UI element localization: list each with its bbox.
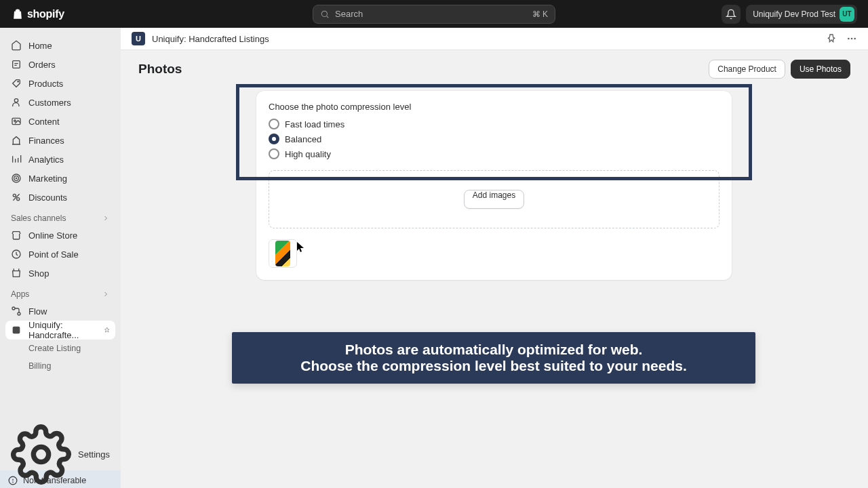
pin-icon[interactable] <box>104 326 110 334</box>
more-button[interactable] <box>846 33 857 44</box>
search-input[interactable]: Search ⌘ K <box>313 5 555 24</box>
use-photos-button[interactable]: Use Photos <box>791 60 850 79</box>
home-icon <box>11 40 22 51</box>
analytics-icon <box>11 154 22 165</box>
topbar-right: Uniquify Dev Prod Test UT <box>722 5 857 24</box>
sidebar-item-pos[interactable]: Point of Sale <box>5 245 115 264</box>
sidebar-item-products[interactable]: Products <box>5 74 115 93</box>
chevron-right-icon <box>102 214 110 222</box>
svg-point-23 <box>854 38 856 40</box>
svg-rect-16 <box>13 327 20 334</box>
search-icon <box>320 9 330 19</box>
sub-item-label: Billing <box>28 361 51 371</box>
shop-icon <box>11 268 22 279</box>
svg-rect-2 <box>13 61 20 68</box>
sidebar-item-label: Home <box>28 41 52 51</box>
section-label: Sales channels <box>11 214 66 223</box>
sidebar-item-label: Discounts <box>28 192 67 203</box>
radio-label: High quality <box>285 149 331 159</box>
svg-point-6 <box>14 120 16 122</box>
sidebar-item-shop[interactable]: Shop <box>5 264 115 283</box>
add-images-button[interactable]: Add images <box>464 190 524 209</box>
sidebar-item-label: Customers <box>28 98 71 108</box>
shopify-bag-icon <box>11 7 24 21</box>
page-actions: Change Product Use Photos <box>709 60 850 79</box>
sidebar-sub-billing[interactable]: Billing <box>5 357 115 375</box>
content-icon <box>11 116 22 127</box>
sidebar-item-finances[interactable]: Finances <box>5 131 115 150</box>
radio-circle-icon <box>269 148 279 159</box>
topbar: shopify Search ⌘ K Uniquify Dev Prod Tes… <box>0 0 868 28</box>
app-icon: U <box>132 32 145 45</box>
svg-point-11 <box>17 198 20 201</box>
discounts-icon <box>11 192 22 203</box>
notifications-button[interactable] <box>722 5 741 24</box>
sidebar-item-uniquify[interactable]: Uniquify: Handcrafte... <box>5 321 115 340</box>
sidebar-item-label: Uniquify: Handcrafte... <box>28 320 97 340</box>
sidebar-sub-create-listing[interactable]: Create Listing <box>5 340 115 357</box>
pos-icon <box>11 249 22 260</box>
sidebar-item-label: Products <box>28 79 63 89</box>
svg-point-22 <box>851 38 853 40</box>
sidebar-item-settings[interactable]: Settings <box>5 445 115 464</box>
sidebar-item-marketing[interactable]: Marketing <box>5 169 115 188</box>
sidebar: Home Orders Products Customers Content F… <box>0 28 121 488</box>
radio-label: Balanced <box>285 134 321 144</box>
section-sales-channels[interactable]: Sales channels <box>5 207 115 226</box>
radio-high-quality[interactable]: High quality <box>269 148 719 159</box>
sidebar-item-label: Online Store <box>28 230 77 241</box>
radio-balanced[interactable]: Balanced <box>269 134 719 144</box>
flow-icon <box>11 306 22 317</box>
bell-icon <box>726 9 736 20</box>
image-dropzone[interactable]: Add images <box>269 170 719 228</box>
customers-icon <box>11 97 22 108</box>
sidebar-item-label: Content <box>28 117 60 127</box>
chevron-right-icon <box>102 290 110 298</box>
app-header-actions <box>826 33 857 44</box>
search-placeholder: Search <box>335 9 527 19</box>
radio-fast-load[interactable]: Fast load times <box>269 119 719 129</box>
mouse-cursor <box>297 242 305 253</box>
sidebar-item-online-store[interactable]: Online Store <box>5 226 115 245</box>
sidebar-item-content[interactable]: Content <box>5 112 115 131</box>
sidebar-bottom: Settings Non-transferable <box>5 445 115 488</box>
sub-item-label: Create Listing <box>28 344 81 353</box>
finances-icon <box>11 135 22 146</box>
sidebar-item-analytics[interactable]: Analytics <box>5 150 115 169</box>
store-name: Uniquify Dev Prod Test <box>753 9 835 19</box>
sidebar-item-home[interactable]: Home <box>5 36 115 55</box>
radio-circle-icon <box>269 119 279 129</box>
pin-button[interactable] <box>826 33 837 44</box>
sidebar-item-flow[interactable]: Flow <box>5 302 115 321</box>
svg-point-14 <box>12 307 15 310</box>
svg-point-0 <box>321 11 327 16</box>
shopify-logo[interactable]: shopify <box>11 7 64 21</box>
sidebar-item-label: Marketing <box>28 174 67 184</box>
svg-point-10 <box>13 194 16 197</box>
main-content: Photos Change Product Use Photos Choose … <box>121 50 868 488</box>
sidebar-item-discounts[interactable]: Discounts <box>5 188 115 207</box>
thumbnail-row <box>269 239 719 268</box>
section-apps[interactable]: Apps <box>5 283 115 302</box>
svg-point-15 <box>18 312 20 315</box>
sidebar-item-orders[interactable]: Orders <box>5 55 115 74</box>
svg-point-20 <box>13 482 14 483</box>
sidebar-item-customers[interactable]: Customers <box>5 93 115 112</box>
avatar: UT <box>840 7 854 22</box>
radio-circle-icon <box>269 134 279 144</box>
svg-line-12 <box>13 194 19 200</box>
store-switcher[interactable]: Uniquify Dev Prod Test UT <box>746 5 857 24</box>
app-header: U Uniquify: Handcrafted Listings <box>121 28 868 50</box>
svg-point-9 <box>16 178 16 178</box>
search-shortcut: ⌘ K <box>532 9 548 19</box>
tutorial-banner: Photos are automatically optimized for w… <box>232 332 755 384</box>
products-icon <box>11 78 22 89</box>
svg-point-21 <box>848 38 850 40</box>
photos-card: Choose the photo compression level Fast … <box>256 91 732 280</box>
app-name: Uniquify: Handcrafted Listings <box>152 34 269 44</box>
compression-heading: Choose the photo compression level <box>269 102 719 112</box>
banner-line-1: Photos are automatically optimized for w… <box>245 342 742 358</box>
shopify-wordmark: shopify <box>27 8 64 20</box>
change-product-button[interactable]: Change Product <box>709 60 785 79</box>
thumbnail[interactable] <box>269 239 297 268</box>
